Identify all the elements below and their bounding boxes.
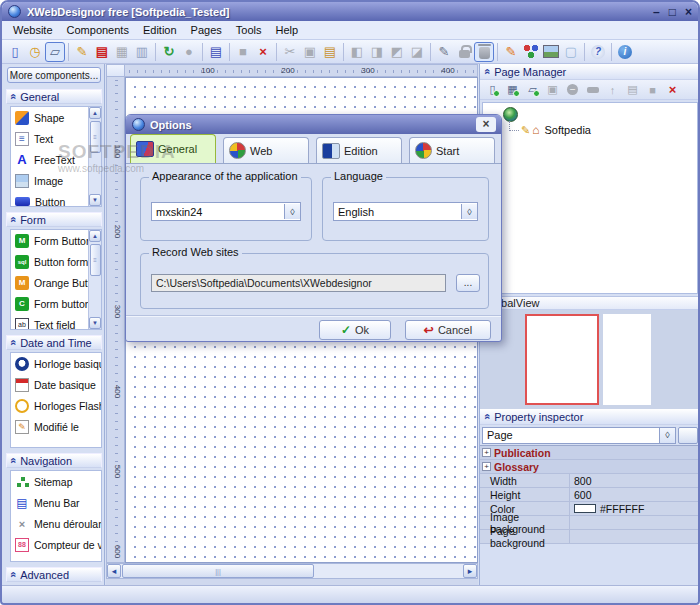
publish-site-icon[interactable]: ↻	[159, 42, 179, 62]
language-select[interactable]: English ◊	[333, 202, 478, 221]
menu-pages[interactable]: Pages	[184, 22, 229, 38]
expand-icon[interactable]: +	[482, 448, 491, 457]
edit-page-icon[interactable]: ✎	[72, 42, 92, 62]
scroll-left-icon[interactable]: ◂	[107, 564, 121, 578]
maximize-button[interactable]: □	[669, 6, 676, 18]
sidebar-item-horloge-basique[interactable]: Horloge basiqu	[11, 353, 101, 374]
category-publication[interactable]: + Publication	[480, 446, 700, 460]
browse-button[interactable]: ...	[456, 274, 480, 292]
property-inspector-header[interactable]: « Property inspector	[480, 409, 700, 425]
trash-icon[interactable]	[474, 42, 494, 62]
tab-edition[interactable]: Edition	[316, 137, 402, 163]
dropdown-spinner-icon[interactable]: ◊	[659, 428, 675, 443]
delete-page-icon[interactable]: ×	[664, 81, 681, 98]
tree-item-softpedia[interactable]: ✎ ⌂ Softpedia	[509, 121, 591, 139]
page-properties-icon[interactable]: ✎	[501, 42, 521, 62]
scroll-down-icon[interactable]: ▼	[89, 194, 101, 206]
tab-start[interactable]: Start	[409, 137, 495, 163]
property-side-button[interactable]	[678, 427, 698, 444]
dropdown-spinner-icon[interactable]: ◊	[461, 204, 477, 219]
new-site-icon[interactable]: ▯	[5, 42, 25, 62]
property-target-select[interactable]: Page ◊	[482, 427, 676, 444]
script-icon[interactable]: ▢	[561, 42, 581, 62]
paste-icon[interactable]: ▤	[320, 42, 340, 62]
edit-page-icon[interactable]: ▤	[624, 81, 641, 98]
cancel-button[interactable]: ↩ Cancel	[405, 320, 491, 340]
section-header-date-time[interactable]: « Date and Time	[6, 335, 102, 350]
scroll-down-icon[interactable]: ▼	[89, 317, 101, 329]
record-path-input[interactable]: C:\Users\Softpedia\Documents\XWebdesigno…	[151, 274, 446, 292]
sidebar-item-horloges-flash[interactable]: Horloges Flash	[11, 395, 101, 416]
section-header-navigation[interactable]: « Navigation	[6, 453, 102, 468]
insert-image-icon[interactable]	[541, 42, 561, 62]
record-icon[interactable]: ●	[179, 42, 199, 62]
sidebar-item-menu-bar[interactable]: ▤ Menu Bar	[11, 492, 101, 513]
scroll-thumb[interactable]: ≡	[90, 121, 101, 153]
tab-web[interactable]: Web	[223, 137, 309, 163]
scroll-right-icon[interactable]: ▸	[463, 564, 477, 578]
library-icon[interactable]: ▤	[206, 42, 226, 62]
dialog-title-bar[interactable]: Options	[126, 115, 501, 134]
sidebar-item-date-basique[interactable]: Date basique	[11, 374, 101, 395]
lock-icon[interactable]	[454, 42, 474, 62]
canvas-horizontal-scrollbar[interactable]: ◂ ||| ▸	[106, 563, 478, 579]
close-button[interactable]: ×	[685, 6, 692, 18]
sidebar-item-compteur[interactable]: 88 Compteur de vi	[11, 534, 101, 555]
shopping-cart-icon[interactable]: ▦	[112, 42, 132, 62]
site-globe-icon[interactable]	[503, 107, 518, 122]
appearance-select[interactable]: mxskin24 ◊	[151, 202, 301, 221]
section-header-general[interactable]: « General	[6, 89, 102, 104]
delete-icon[interactable]: ×	[253, 42, 273, 62]
scroll-up-icon[interactable]: ▲	[89, 107, 101, 119]
new-page-icon[interactable]: ▯	[484, 81, 501, 98]
sidebar-item-menu-deroulant[interactable]: × Menu déroulant	[11, 513, 101, 534]
import-page-icon[interactable]: ▱	[524, 81, 541, 98]
more-components-button[interactable]: More components...	[7, 67, 101, 83]
menu-website[interactable]: Website	[6, 22, 60, 38]
page-thumbnail[interactable]	[603, 314, 651, 405]
scroll-thumb[interactable]: |||	[122, 564, 314, 578]
arrange-bring-front-icon[interactable]: ◧	[347, 42, 367, 62]
insert-shapes-icon[interactable]	[521, 42, 541, 62]
minimize-button[interactable]: –	[653, 6, 660, 18]
help-icon[interactable]: ?	[588, 42, 608, 62]
category-glossary[interactable]: + Glossary	[480, 460, 700, 474]
stop-icon[interactable]: ■	[644, 81, 661, 98]
scroll-thumb[interactable]: ≡	[90, 244, 101, 276]
cut-icon[interactable]: ✂	[280, 42, 300, 62]
duplicate-page-icon[interactable]: ▣	[544, 81, 561, 98]
dropdown-spinner-icon[interactable]: ◊	[284, 204, 300, 219]
list-scrollbar[interactable]: ▲ ≡ ▼	[88, 107, 101, 206]
ok-button[interactable]: ✓ Ok	[319, 320, 391, 340]
stop-icon[interactable]: ■	[233, 42, 253, 62]
move-up-icon[interactable]: ↑	[604, 81, 621, 98]
sidebar-item-modifie-le[interactable]: ✎ Modifié le	[11, 416, 101, 437]
property-row-height[interactable]: Height 600	[480, 488, 700, 502]
about-icon[interactable]: i	[615, 42, 635, 62]
arrange-backward-icon[interactable]: ◪	[407, 42, 427, 62]
menu-tools[interactable]: Tools	[229, 22, 269, 38]
arrange-send-back-icon[interactable]: ◨	[367, 42, 387, 62]
close-site-icon[interactable]: ▤	[92, 42, 112, 62]
list-scrollbar[interactable]: ▲ ≡ ▼	[88, 230, 101, 329]
menu-components[interactable]: Components	[60, 22, 136, 38]
remove-bar-icon[interactable]	[584, 81, 601, 98]
new-page-template-icon[interactable]: ▦	[504, 81, 521, 98]
globalview-header[interactable]: GlobalView	[480, 296, 700, 310]
page-manager-header[interactable]: « Page Manager	[480, 64, 700, 80]
section-header-advanced[interactable]: « Advanced	[6, 567, 102, 582]
form-builder-icon[interactable]: ▥	[132, 42, 152, 62]
menu-edition[interactable]: Edition	[136, 22, 184, 38]
open-folder-icon[interactable]: ▱	[45, 42, 65, 62]
tab-general[interactable]: General	[130, 134, 216, 163]
scroll-up-icon[interactable]: ▲	[89, 230, 101, 242]
menu-help[interactable]: Help	[268, 22, 305, 38]
arrange-forward-icon[interactable]: ◩	[387, 42, 407, 62]
property-row-page-background[interactable]: Page background	[480, 530, 700, 544]
property-row-width[interactable]: Width 800	[480, 474, 700, 488]
sidebar-item-sitemap[interactable]: Sitemap	[11, 471, 101, 492]
title-bar[interactable]: XWebDesignor free [Softpedia_Tested] – □…	[2, 2, 698, 21]
section-header-form[interactable]: « Form	[6, 212, 102, 227]
dialog-close-button[interactable]: ×	[476, 117, 496, 132]
remove-circle-icon[interactable]: –	[564, 81, 581, 98]
